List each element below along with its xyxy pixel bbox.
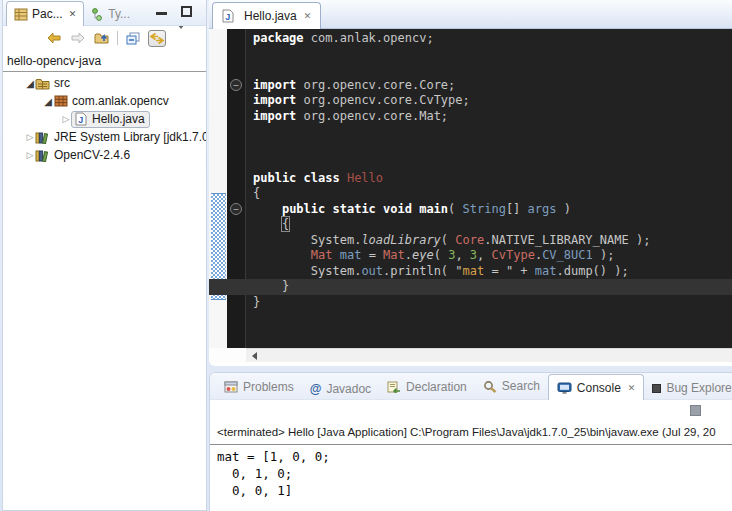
code-line-15: Mat mat = Mat.eye( 3, 3, CvType.CV_8UC1 … [247, 248, 732, 264]
token: .NATIVE_LIBRARY_NAME ); [484, 233, 650, 247]
tree-item-opencv-2-4-6[interactable]: ▷OpenCV-2.4.6 [3, 146, 206, 164]
view-tab-search[interactable]: Search [475, 373, 548, 399]
view-tab-javadoc[interactable]: @Javadoc [302, 376, 379, 402]
token: public static void main [282, 202, 448, 216]
token: mat [463, 264, 485, 278]
token [253, 248, 311, 262]
token: import [253, 109, 296, 123]
token: mat [340, 248, 362, 262]
tree-item-label: OpenCV-2.4.6 [54, 148, 130, 162]
panel-window-buttons [156, 6, 192, 17]
javadoc-icon: @ [310, 382, 322, 396]
tree-item-com-anlak-opencv[interactable]: ◢com.anlak.opencv [3, 92, 206, 110]
code-line-7 [247, 124, 732, 140]
tree-item-project[interactable]: hello-opencv-java [3, 52, 206, 70]
view-tab-problems[interactable]: Problems [216, 374, 302, 400]
selected-tree-item: JHello.java [71, 111, 150, 128]
token: Core [455, 233, 484, 247]
token: import [253, 78, 296, 92]
code-editor[interactable]: –– package com.anlak.opencv; import org.… [209, 29, 732, 348]
view-tab-label: Console [577, 381, 621, 395]
code-line-10: public class Hello [247, 171, 732, 187]
view-tab-declaration[interactable]: Declaration [379, 374, 475, 400]
token: .println( " [383, 264, 462, 278]
left-panel-tabbar: Pac...✕Ty... [3, 0, 206, 26]
tree-item-hello-java[interactable]: ▷JHello.java [3, 110, 206, 128]
token: ( [434, 248, 448, 262]
tree-item-label: src [54, 76, 70, 90]
expand-arrow-icon[interactable]: ▷ [25, 132, 35, 142]
back-button[interactable] [45, 30, 63, 47]
close-icon[interactable]: ✕ [304, 11, 312, 21]
package-explorer-panel: Pac...✕Ty... hello-opencv-java ◢src◢com.… [2, 0, 207, 511]
close-icon[interactable]: ✕ [628, 383, 636, 393]
view-tab-label: Problems [243, 380, 294, 394]
chevron-down-icon [177, 29, 185, 47]
code-text[interactable]: package com.anlak.opencv; import org.ope… [247, 29, 732, 348]
view-menu-button[interactable] [172, 30, 190, 47]
editor-tab-label: Hello.java [244, 9, 297, 23]
link-editor-icon [149, 32, 165, 45]
console-toolbar-icon[interactable] [690, 405, 701, 416]
token: CV_8UC1 [542, 248, 593, 262]
console-title: <terminated> Hello [Java Application] C:… [217, 426, 732, 438]
scroll-left-icon[interactable] [252, 352, 257, 360]
view-tab-console[interactable]: Console✕ [548, 374, 645, 400]
forward-button[interactable] [69, 30, 87, 47]
back-arrow-icon [46, 32, 62, 44]
tree-item-label: com.anlak.opencv [72, 94, 169, 108]
tree-item-label: Hello.java [92, 112, 145, 126]
token: ( [448, 202, 462, 216]
tree-item-src[interactable]: ◢src [3, 74, 206, 92]
collapse-all-button[interactable] [124, 30, 142, 47]
view-tab-label: Bug Explorer [666, 381, 732, 395]
collapse-all-icon [126, 32, 141, 45]
svg-text:J: J [78, 115, 83, 125]
token: 3 [470, 248, 477, 262]
vertical-ruler [209, 29, 227, 348]
editor-tabbar: J Hello.java ✕ [209, 0, 732, 29]
collapse-arrow-icon[interactable]: ◢ [43, 96, 53, 107]
code-line-5: import org.opencv.core.CvType; [247, 93, 732, 109]
token: } [253, 295, 260, 309]
token: , [455, 248, 469, 262]
console-icon [557, 382, 572, 394]
fold-collapse-icon[interactable]: – [230, 79, 242, 91]
bug-icon [652, 384, 661, 393]
token: package [253, 31, 304, 45]
view-tab-label: Ty... [108, 7, 130, 21]
view-tab-pac[interactable]: Pac...✕ [6, 1, 84, 26]
view-tab-ty[interactable]: Ty... [84, 2, 137, 27]
fold-collapse-icon[interactable]: – [230, 203, 242, 215]
expand-arrow-icon[interactable]: ▷ [25, 150, 35, 160]
svg-text:J: J [225, 12, 230, 22]
token: loadLibrary [361, 233, 440, 247]
link-with-editor-button[interactable] [148, 30, 166, 47]
problems-icon [224, 381, 238, 393]
code-line-13: { [247, 217, 732, 233]
horizontal-scrollbar[interactable] [246, 348, 732, 362]
tree-item-jre-system-library-jdk1-7-0[interactable]: ▷JRE System Library [jdk1.7.0 [3, 128, 206, 146]
token: eye [412, 248, 434, 262]
code-line-4: import org.opencv.core.Core; [247, 78, 732, 94]
declaration-icon [387, 381, 401, 393]
folding-ruler: –– [227, 29, 246, 348]
token: { [253, 186, 260, 200]
token: { [282, 217, 289, 231]
maximize-icon[interactable] [181, 6, 192, 17]
view-tab-bug-explorer[interactable]: Bug Explorer [644, 375, 732, 401]
up-button[interactable] [93, 30, 111, 47]
minimize-icon[interactable] [156, 6, 167, 15]
close-icon[interactable]: ✕ [69, 9, 77, 19]
editor-tab-hello-java[interactable]: J Hello.java ✕ [212, 2, 321, 29]
console-output-line-3: 0, 0, 1] [217, 482, 330, 499]
token: ) [556, 202, 570, 216]
editor-region: J Hello.java ✕ –– package com.anlak.open… [209, 0, 732, 366]
code-line-6: import org.opencv.core.Mat; [247, 109, 732, 125]
console-output[interactable]: mat = [1, 0, 0; 0, 1, 0; 0, 0, 1] [217, 448, 330, 499]
expand-arrow-icon[interactable]: ▷ [61, 114, 71, 124]
token: ); [593, 248, 615, 262]
token: = " + [484, 264, 535, 278]
collapse-arrow-icon[interactable]: ◢ [25, 78, 35, 89]
library-icon [35, 148, 50, 162]
